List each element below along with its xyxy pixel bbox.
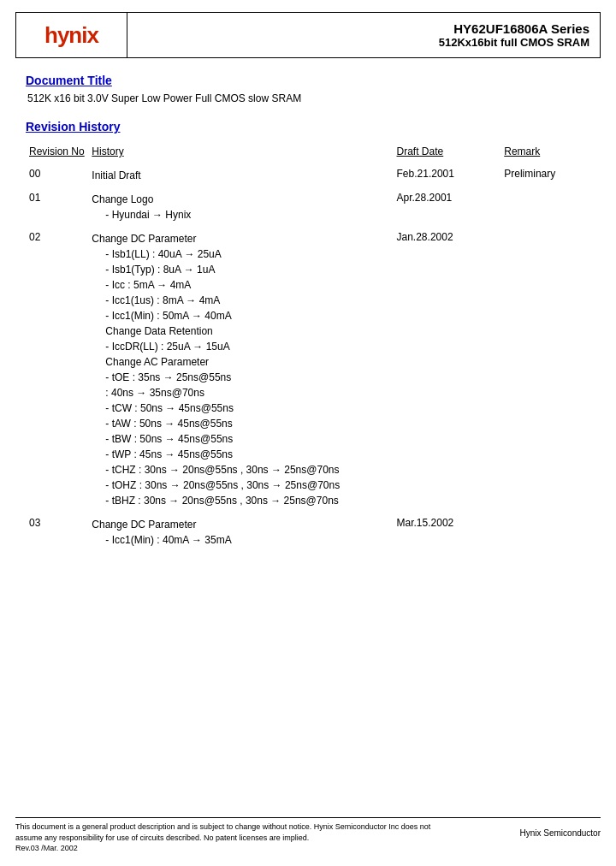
remark [500, 224, 590, 510]
remark [500, 185, 590, 224]
draft-date: Jan.28.2002 [394, 224, 501, 510]
history-sub-item: - Hyundai → Hynix [92, 207, 389, 222]
product-description: 512Kx16bit full CMOS SRAM [439, 36, 589, 49]
disclaimer-text: This document is a general product descr… [15, 822, 430, 842]
revision-number: 02 [26, 224, 88, 510]
history-sub-item: - Icc : 5mA → 4mA [92, 277, 389, 293]
history-sub-item: - tWP : 45ns → 45ns@55ns [92, 447, 389, 462]
revision-history-cell: Change Logo- Hyundai → Hynix [88, 185, 393, 224]
draft-date: Mar.15.2002 [394, 510, 501, 549]
revision-history-cell: Initial Draft [88, 161, 393, 185]
revision-number: 01 [26, 185, 88, 224]
header-title-block: HY62UF16806A Series 512Kx16bit full CMOS… [127, 13, 600, 57]
history-sub-item: - tOE : 35ns → 25ns@55ns [92, 370, 389, 385]
history-sub-item: - Isb1(LL) : 40uA → 25uA [92, 246, 389, 262]
history-sub-item: - Icc1(1us) : 8mA → 4mA [92, 293, 389, 308]
revision-history-cell: Change DC Parameter- Icc1(Min) : 40mA → … [88, 510, 393, 549]
history-sub-item: - tBW : 50ns → 45ns@55ns [92, 431, 389, 447]
remark: Preliminary [500, 161, 590, 185]
col-header-revno: Revision No [26, 144, 88, 161]
remark [500, 510, 590, 549]
revision-number: 00 [26, 161, 88, 185]
page-footer: This document is a general product descr… [15, 817, 601, 854]
table-row: 00Initial DraftFeb.21.2001Preliminary [26, 161, 590, 185]
history-sub-item: - Isb1(Typ) : 8uA → 1uA [92, 262, 389, 277]
main-content: Document Title 512K x16 bit 3.0V Super L… [26, 74, 590, 549]
history-sub-item: Change Data Retention [92, 323, 389, 339]
footer-disclaimer: This document is a general product descr… [15, 822, 454, 854]
revision-history-cell: Change DC Parameter- Isb1(LL) : 40uA → 2… [88, 224, 393, 510]
logo-text: hynix [44, 22, 98, 49]
revision-table: Revision No History Draft Date Remark 00… [26, 144, 590, 549]
history-sub-item: - tAW : 50ns → 45ns@55ns [92, 416, 389, 431]
revision-history-heading: Revision History [26, 120, 590, 133]
col-header-history: History [88, 144, 393, 161]
col-header-remark: Remark [500, 144, 590, 161]
draft-date: Feb.21.2001 [394, 161, 501, 185]
history-sub-item: - tCW : 50ns → 45ns@55ns [92, 400, 389, 416]
history-sub-item: : 40ns → 35ns@70ns [92, 385, 389, 400]
document-title-link[interactable]: Document Title [26, 74, 590, 87]
revision-number: 03 [26, 510, 88, 549]
history-sub-item: - IccDR(LL) : 25uA → 15uA [92, 339, 389, 354]
page-header: hynix HY62UF16806A Series 512Kx16bit ful… [15, 12, 601, 58]
history-sub-item: - tBHZ : 30ns → 20ns@55ns , 30ns → 25ns@… [92, 493, 389, 508]
history-sub-item: Change AC Parameter [92, 354, 389, 370]
history-sub-item: - Icc1(Min) : 50mA → 40mA [92, 308, 389, 323]
history-sub-item: - tCHZ : 30ns → 20ns@55ns , 30ns → 25ns@… [92, 462, 389, 477]
col-header-date: Draft Date [394, 144, 501, 161]
document-subtitle: 512K x16 bit 3.0V Super Low Power Full C… [27, 92, 590, 104]
table-row: 01Change Logo- Hyundai → HynixApr.28.200… [26, 185, 590, 224]
table-row: 02Change DC Parameter- Isb1(LL) : 40uA →… [26, 224, 590, 510]
draft-date: Apr.28.2001 [394, 185, 501, 224]
history-sub-item: - tOHZ : 30ns → 20ns@55ns , 30ns → 25ns@… [92, 477, 389, 493]
history-sub-item: - Icc1(Min) : 40mA → 35mA [92, 532, 389, 548]
table-row: 03Change DC Parameter- Icc1(Min) : 40mA … [26, 510, 590, 549]
company-logo: hynix [16, 13, 127, 57]
product-series: HY62UF16806A Series [453, 21, 589, 36]
footer-company: Hynix Semiconductor [520, 822, 601, 838]
footer-revision: Rev.03 /Mar. 2002 [15, 844, 78, 852]
